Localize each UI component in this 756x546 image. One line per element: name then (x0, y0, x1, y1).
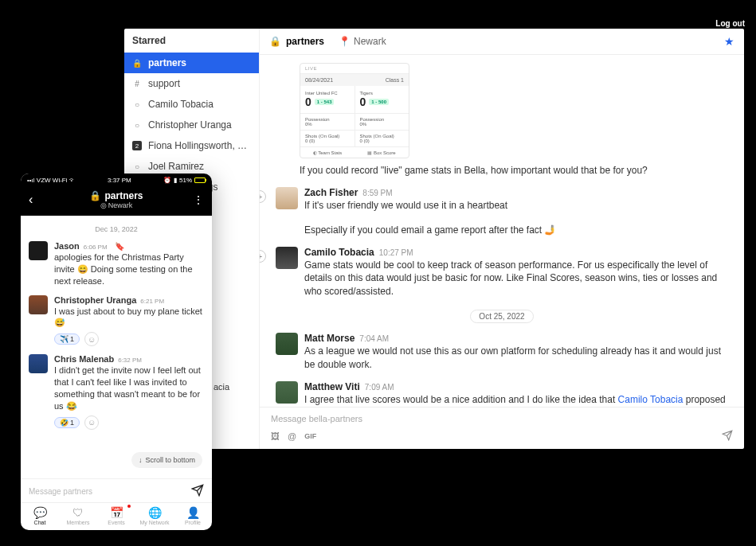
add-reaction-button[interactable]: + (260, 190, 266, 203)
mobile-composer-input[interactable]: Message partners (29, 487, 186, 496)
send-icon[interactable] (191, 484, 204, 499)
mobile-location: ◎Newark (41, 201, 191, 209)
message-text: I didn't get the invite now I feel left … (54, 365, 204, 411)
main-pane: 🔒 partners 📍 Newark ★ LIVE 08/24/2021 Cl… (260, 29, 744, 449)
channel-title[interactable]: 🔒 partners (269, 36, 324, 47)
lock-icon: 🔒 (89, 190, 101, 201)
channel-location[interactable]: 📍 Newark (339, 36, 386, 47)
embed-scores: Inter United FC 01 - 543 Tigers 01 - 500 (300, 86, 409, 113)
globe-icon: 🌐 (135, 506, 174, 519)
sidebar-item-user[interactable]: ○ Christopher Uranga (124, 115, 259, 135)
bookmark-icon[interactable]: 🔖 (115, 242, 124, 251)
message-author[interactable]: Zach Fisher (304, 187, 358, 198)
message-text: I was just about to buy my plane ticket … (54, 306, 204, 330)
message-time: 6:32 PM (118, 357, 142, 364)
message-author[interactable]: Jason (54, 241, 80, 251)
avatar[interactable] (29, 241, 48, 260)
embed-tab-boxscore[interactable]: ▦ Box Score (354, 147, 409, 158)
tab-label: My Network (140, 520, 170, 525)
embed-tab-teamstats[interactable]: ◐ Team Stats (300, 147, 354, 158)
avatar[interactable] (276, 247, 298, 269)
avatar[interactable] (276, 187, 298, 209)
scroll-to-bottom-button[interactable]: ↓ Scroll to bottom (131, 452, 202, 468)
message-text: Especially if you could email a game rep… (304, 224, 728, 237)
add-reaction-button[interactable]: + (260, 250, 266, 263)
avatar[interactable] (29, 295, 48, 314)
reaction-emoji: ✈️ (60, 335, 69, 343)
reaction-chip[interactable]: 🤣1 (54, 417, 80, 428)
message-time: 7:09 AM (365, 383, 394, 392)
reaction-count: 1 (70, 419, 74, 427)
embed-class: Class 1 (386, 77, 404, 83)
presence-icon: ○ (132, 162, 142, 171)
composer: Message bella-partners 🖼 @ GIF (260, 407, 744, 449)
more-button[interactable]: ⋮ (191, 193, 204, 206)
sidebar-item-partners[interactable]: 🔒 partners (124, 53, 259, 73)
gif-button[interactable]: GIF (304, 432, 316, 440)
hash-icon: # (132, 79, 142, 88)
star-icon[interactable]: ★ (724, 35, 734, 48)
sidebar-item-dm-group[interactable]: 2 Fiona Hollingsworth, Merr... (124, 135, 259, 156)
message-text: Game stats would be cool to keep track o… (304, 259, 728, 298)
mobile-status-bar: ••ıl VZW Wi-Fi ᯤ 3:37 PM ⏰ ▮ 51% (21, 174, 212, 187)
avatar[interactable] (276, 381, 298, 404)
message-author[interactable]: Camilo Tobacia (304, 247, 374, 258)
image-icon[interactable]: 🖼 (271, 431, 280, 441)
mobile-message: Jason6:06 PM🔖 apologies for the Christma… (29, 241, 204, 287)
stat-value: 0% (305, 122, 350, 127)
tab-chat[interactable]: 💬 Chat (21, 506, 59, 525)
message-text: As a league we would not use this as our… (304, 345, 728, 372)
calendar-icon: 📅 (97, 506, 135, 519)
tab-label: Profile (185, 520, 201, 525)
alarm-icon: ⏰ (163, 177, 171, 184)
tab-events[interactable]: 📅 Events (97, 506, 135, 525)
tab-label: Members (66, 520, 89, 525)
composer-input[interactable]: Message bella-partners (271, 414, 733, 423)
battery-indicator (194, 177, 206, 183)
message: + Zach Fisher8:59 PM If it's user friend… (276, 187, 728, 237)
sidebar-item-user[interactable]: ○ Camilo Tobacia (124, 94, 259, 115)
embed-overline: LIVE (300, 64, 409, 74)
presence-icon: ○ (132, 120, 142, 130)
avatar[interactable] (276, 333, 298, 355)
back-button[interactable]: ‹ (29, 193, 41, 207)
battery-label: 51% (179, 177, 192, 184)
sidebar-item-label: partners (148, 57, 186, 68)
message: + Camilo Tobacia10:27 PM Game stats woul… (276, 247, 728, 298)
message-time: 8:59 PM (362, 189, 392, 197)
tab-profile[interactable]: 👤 Profile (174, 506, 212, 525)
tab-network[interactable]: 🌐 My Network (135, 506, 174, 525)
person-icon: 👤 (174, 506, 212, 519)
message-author[interactable]: Christopher Uranga (54, 295, 136, 305)
avatar[interactable] (29, 354, 48, 373)
channel-name: partners (286, 36, 324, 47)
mention-icon[interactable]: @ (288, 431, 296, 441)
notification-dot (127, 505, 131, 508)
mention[interactable]: Camilo Tobacia (618, 394, 684, 405)
send-icon[interactable] (722, 430, 733, 443)
message-author[interactable]: Matt Morse (304, 333, 354, 344)
message-author[interactable]: Matthew Viti (304, 381, 360, 392)
add-reaction-button[interactable]: ☺ (84, 332, 99, 346)
carrier-label: ••ıl VZW Wi-Fi ᯤ (27, 177, 76, 184)
message-time: 6:06 PM (84, 244, 108, 251)
logout-link[interactable]: Log out (715, 19, 745, 28)
message-time: 10:27 PM (379, 248, 413, 257)
mobile-message-list[interactable]: Dec 19, 2022 Jason6:06 PM🔖 apologies for… (21, 216, 212, 478)
pin-icon: ◎ (100, 201, 107, 209)
mobile-date-divider: Dec 19, 2022 (29, 225, 204, 233)
tab-members[interactable]: 🛡 Members (59, 506, 97, 525)
game-embed-card[interactable]: LIVE 08/24/2021 Class 1 Inter United FC … (300, 63, 409, 158)
date-divider: Oct 25, 2022 (276, 308, 728, 323)
sidebar-item-label: Fiona Hollingsworth, Merr... (148, 140, 251, 151)
reaction-chip[interactable]: ✈️1 (54, 333, 80, 345)
message-author[interactable]: Chris Malenab (54, 354, 114, 364)
mobile-channel-title[interactable]: 🔒partners (41, 190, 191, 201)
prompt-question: If you could record "live" game stats in… (300, 165, 728, 176)
sidebar-section-header: Starred (124, 29, 259, 53)
add-reaction-button[interactable]: ☺ (84, 415, 99, 430)
mobile-tab-bar: 💬 Chat 🛡 Members 📅 Events 🌐 My Network 👤… (21, 502, 212, 530)
message-list[interactable]: LIVE 08/24/2021 Class 1 Inter United FC … (260, 55, 744, 407)
sidebar-item-support[interactable]: # support (124, 73, 259, 94)
embed-top: 08/24/2021 Class 1 (300, 74, 409, 86)
